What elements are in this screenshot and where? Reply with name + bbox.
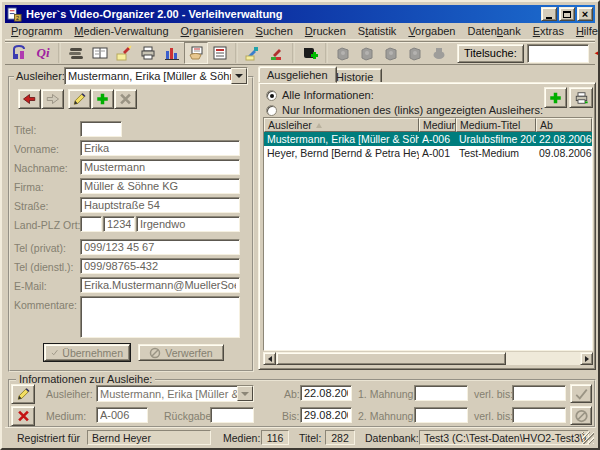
resize-grip[interactable] (582, 432, 594, 444)
maximize-button[interactable] (559, 7, 575, 21)
land-plz-ort-label: Land-PLZ Ort: (14, 219, 81, 231)
verwerfen-button: Verwerfen (138, 344, 224, 361)
previous-record-button[interactable] (18, 89, 41, 109)
menu-item-drucken[interactable]: Drucken (299, 23, 352, 39)
search-flashlight-button[interactable] (112, 42, 136, 64)
nachname-label: Nachname: (14, 162, 68, 174)
vorname-input[interactable] (80, 140, 240, 156)
device-disabled-icon (431, 45, 447, 61)
mahnung1-input[interactable] (414, 385, 468, 401)
verl-bis1-input[interactable] (512, 385, 566, 401)
table-horizontal-scrollbar[interactable] (263, 352, 593, 365)
column-header-medium-titel[interactable]: Medium-Titel (456, 118, 536, 132)
table-row[interactable]: Heyer, Bernd [Bernd & Petra Heyer GbR]A-… (264, 146, 592, 160)
exit-button[interactable] (7, 42, 31, 64)
nachname-input[interactable] (80, 159, 240, 175)
loan-medium-input[interactable] (96, 407, 148, 423)
firma-input[interactable] (80, 178, 240, 194)
scroll-right-button[interactable] (580, 352, 593, 365)
kommentare-label: Kommentare: (14, 299, 77, 311)
title-bar[interactable]: 2 Heyer`s Video-Organizer 2.00 - Verleih… (5, 5, 595, 23)
menu-item-datenbank[interactable]: Datenbank (461, 23, 526, 39)
email-input[interactable] (80, 277, 240, 293)
menu-item-suchen[interactable]: Suchen (250, 23, 299, 39)
column-header-ausleiher[interactable]: Ausleiher (264, 118, 419, 132)
x-icon (118, 92, 133, 106)
rueckgabe-input[interactable] (210, 407, 254, 423)
loan-medium-label: Medium: (46, 410, 86, 422)
verl-bis1-label: verl. bis: (474, 388, 513, 400)
table-cell: Uralubsfilme 2003 (456, 132, 536, 146)
mahnung2-input[interactable] (414, 407, 468, 423)
loan-hand-icon (188, 45, 204, 61)
tab-ausgeliehen[interactable]: Ausgeliehen (258, 66, 337, 83)
titelsuche-button[interactable]: Titelsuche: (457, 44, 524, 63)
datenbank-value: Test3 (C:\Test-Daten\HVO2-Test3\) (419, 430, 589, 445)
delete-loan-button[interactable] (11, 406, 35, 426)
scrollbar-thumb[interactable] (276, 352, 506, 365)
table-cell: Test-Medium (456, 146, 536, 160)
clean-titles-button[interactable] (241, 42, 265, 64)
card-index-button[interactable] (88, 42, 112, 64)
close-button[interactable]: × (577, 7, 593, 21)
bis-date-input[interactable] (300, 407, 352, 423)
radio-nur-label: Nur Informationen des (links) angezeigte… (282, 104, 543, 116)
minimize-button[interactable] (541, 7, 557, 21)
column-header-medium[interactable]: Medium (419, 118, 456, 132)
kommentare-textarea[interactable] (80, 296, 240, 338)
media-disabled-button (355, 42, 379, 64)
quick-info-button[interactable]: Qi (31, 42, 55, 64)
verl-bis2-input[interactable] (512, 407, 566, 423)
verwerfen-label: Verwerfen (165, 347, 212, 359)
menu-item-medien-verwaltung[interactable]: Medien-Verwaltung (68, 23, 174, 39)
loan-hand-button[interactable] (184, 42, 208, 64)
ab-date-input[interactable] (300, 385, 352, 401)
cancel-loan-button (570, 406, 592, 425)
tel-dienstl-input[interactable] (80, 258, 240, 274)
loans-table[interactable]: AusleiherMediumMedium-TitelAbMustermann,… (263, 117, 593, 351)
add-media-icon (302, 45, 318, 61)
radio-unchecked-icon[interactable] (266, 105, 277, 116)
menu-item-statistik[interactable]: Statistik (352, 23, 403, 39)
radio-checked-icon[interactable] (266, 90, 277, 101)
add-ausleiher-button[interactable] (91, 89, 114, 109)
clean-media-button[interactable] (265, 42, 289, 64)
chevron-down-icon (235, 74, 243, 78)
prev-title-arrow-icon[interactable]: ◄ (593, 43, 600, 63)
menu-item-extras[interactable]: Extras (527, 23, 570, 39)
column-header-ab[interactable]: Ab (536, 118, 592, 132)
sort-ascending-icon (316, 123, 322, 128)
tel-privat-input[interactable] (80, 239, 240, 255)
titel-count-label: Titel: (299, 432, 321, 444)
combo-dropdown-button[interactable] (231, 68, 247, 84)
radio-nur-ausleiher[interactable]: Nur Informationen des (links) angezeigte… (266, 104, 543, 116)
printer-icon (574, 91, 589, 105)
land-input[interactable] (80, 216, 102, 232)
menu-item-programm[interactable]: Programm (5, 23, 68, 39)
strasse-input[interactable] (80, 197, 240, 213)
table-row[interactable]: Mustermann, Erika [Müller & Söhne KG]A-0… (264, 132, 592, 146)
edit-loan-button[interactable] (11, 384, 35, 404)
loan-list-button[interactable] (208, 42, 232, 64)
menu-item-organisieren[interactable]: Organisieren (175, 23, 250, 39)
ausleiher-combobox[interactable]: Mustermann, Erika [Müller & Söhne KG] (64, 67, 248, 85)
media-disabled-button (379, 42, 403, 64)
statistics-button[interactable] (160, 42, 184, 64)
media-books-button[interactable] (64, 42, 88, 64)
scroll-left-button[interactable] (263, 352, 276, 365)
radio-alle-label: Alle Informationen: (282, 89, 374, 101)
no-entry-icon (149, 347, 161, 359)
add-loan-button[interactable] (544, 87, 567, 108)
titelsuche-input[interactable] (527, 44, 589, 63)
ort-input[interactable] (136, 216, 240, 232)
edit-ausleiher-button[interactable] (68, 89, 91, 109)
add-media-button[interactable] (298, 42, 322, 64)
radio-alle-informationen[interactable]: Alle Informationen: (266, 89, 374, 101)
titel-input[interactable] (80, 121, 122, 137)
menu-item-hilfe[interactable]: Hilfe (570, 23, 600, 39)
menu-item-vorgaben[interactable]: Vorgaben (402, 23, 461, 39)
print-list-button[interactable] (569, 87, 593, 108)
print-button[interactable] (136, 42, 160, 64)
maximize-icon (563, 11, 571, 18)
plz-input[interactable] (103, 216, 135, 232)
